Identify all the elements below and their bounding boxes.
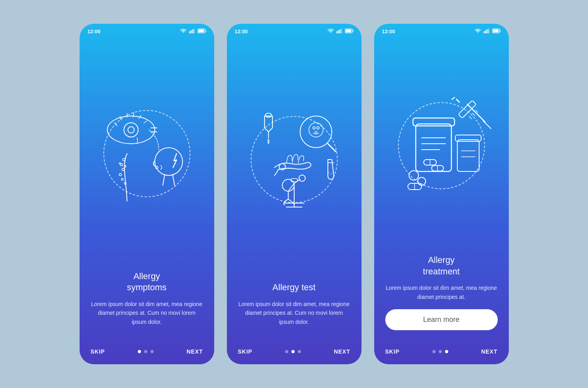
svg-rect-51	[483, 32, 485, 33]
svg-rect-54	[489, 29, 490, 33]
svg-rect-2	[192, 30, 194, 33]
svg-point-21	[119, 173, 122, 176]
svg-point-49	[299, 175, 305, 181]
svg-rect-28	[338, 31, 339, 34]
learn-more-button[interactable]: Learn more	[385, 309, 498, 330]
screen-3-allergy-treatment: 12:00	[374, 24, 509, 364]
symptoms-illustration	[95, 98, 198, 209]
svg-point-35	[300, 116, 332, 148]
svg-rect-5	[198, 29, 204, 32]
svg-rect-52	[485, 31, 486, 34]
next-button-1[interactable]: NEXT	[186, 348, 203, 355]
svg-rect-57	[416, 124, 451, 171]
svg-rect-56	[493, 29, 499, 32]
signal-icon-3	[483, 29, 490, 34]
dots-3	[432, 350, 448, 353]
svg-rect-32	[346, 29, 351, 32]
dot-1-inactive-3	[150, 350, 154, 353]
illustration-area-3	[374, 37, 509, 255]
status-bar-2: 12:00	[227, 24, 362, 37]
signal-icon-1	[189, 29, 195, 34]
svg-line-70	[467, 104, 485, 122]
wifi-icon-3	[475, 29, 481, 34]
svg-line-74	[452, 97, 455, 99]
svg-point-22	[121, 179, 123, 181]
nav-bar-1: SKIP NEXT	[80, 342, 214, 364]
time-display-3: 12:00	[382, 29, 395, 34]
svg-rect-71	[458, 100, 476, 118]
svg-rect-67	[455, 135, 481, 141]
svg-point-23	[124, 183, 126, 184]
dot-3-inactive-2	[439, 350, 442, 353]
content-area-1: Allergy symptoms Lorem ipsum dolor sit d…	[80, 271, 214, 342]
dot-3-inactive-1	[432, 350, 436, 353]
battery-icon-1	[198, 29, 206, 34]
screen-title-3: Allergy treatment	[385, 255, 498, 277]
svg-line-72	[483, 121, 491, 129]
dot-1-inactive-2	[144, 350, 147, 353]
status-bar-1: 12:00	[80, 24, 214, 37]
svg-line-9	[114, 123, 117, 126]
svg-point-6	[107, 116, 155, 144]
svg-point-39	[317, 127, 319, 129]
svg-point-37	[309, 123, 323, 137]
wifi-icon-2	[327, 29, 334, 34]
illustration-area-2	[227, 37, 362, 282]
screen-description-1: Lorem ipsum dolor sit dim amet, mea regi…	[91, 300, 203, 326]
svg-point-34	[265, 113, 272, 117]
screens-container: 12:00	[80, 24, 509, 364]
svg-point-15	[155, 148, 183, 175]
dots-2	[285, 350, 301, 353]
svg-rect-50	[291, 179, 297, 182]
skip-button-1[interactable]: SKIP	[91, 348, 105, 355]
status-icons-3	[475, 29, 501, 34]
dot-1-active	[138, 350, 141, 353]
battery-icon-2	[345, 29, 354, 34]
svg-point-38	[313, 127, 315, 129]
svg-rect-30	[341, 29, 343, 33]
svg-rect-0	[189, 32, 190, 33]
svg-rect-53	[487, 30, 488, 33]
time-display-2: 12:00	[235, 29, 248, 34]
svg-line-16	[163, 175, 165, 185]
screen-description-2: Lorem ipsum dolor sit dim amet, mea regi…	[238, 300, 350, 326]
svg-point-78	[409, 171, 419, 180]
screen-description-3: Lorem ipsum dolor sit dim amet, mea regi…	[385, 283, 498, 301]
nav-bar-2: SKIP NEXT	[227, 342, 362, 364]
next-button-2[interactable]: NEXT	[334, 348, 350, 355]
svg-rect-29	[340, 30, 341, 33]
svg-line-36	[328, 144, 336, 152]
illustration-area-1	[80, 37, 214, 271]
screen-title-2: Allergy test	[238, 282, 350, 293]
svg-point-7	[124, 123, 138, 137]
status-icons-1	[180, 29, 206, 34]
treatment-illustration	[390, 90, 493, 201]
svg-point-25	[124, 165, 126, 167]
content-area-3: Allergy treatment Lorem ipsum dolor sit …	[374, 255, 509, 342]
svg-line-77	[469, 116, 472, 119]
screen-1-allergy-symptoms: 12:00	[80, 24, 214, 364]
screen-title-1: Allergy symptoms	[91, 271, 203, 293]
signal-icon-2	[336, 29, 343, 34]
next-button-3[interactable]: NEXT	[481, 348, 497, 355]
svg-line-73	[457, 99, 459, 102]
svg-rect-58	[413, 118, 455, 126]
svg-rect-27	[336, 32, 337, 33]
screen-2-allergy-test: 12:00	[227, 24, 362, 364]
svg-line-75	[476, 110, 478, 112]
svg-point-20	[122, 168, 124, 171]
battery-icon-3	[492, 29, 501, 34]
dots-1	[138, 350, 154, 353]
dot-2-inactive-1	[285, 350, 288, 353]
svg-line-76	[472, 113, 475, 116]
skip-button-2[interactable]: SKIP	[238, 348, 253, 355]
status-icons-2	[327, 29, 354, 34]
nav-bar-3: SKIP NEXT	[374, 342, 509, 364]
test-illustration	[243, 104, 346, 215]
content-area-2: Allergy test Lorem ipsum dolor sit dim a…	[227, 282, 362, 342]
svg-point-8	[128, 127, 134, 133]
svg-rect-1	[190, 31, 192, 34]
dot-2-active	[291, 350, 295, 353]
skip-button-3[interactable]: SKIP	[385, 348, 400, 355]
time-display-1: 12:00	[88, 29, 101, 34]
